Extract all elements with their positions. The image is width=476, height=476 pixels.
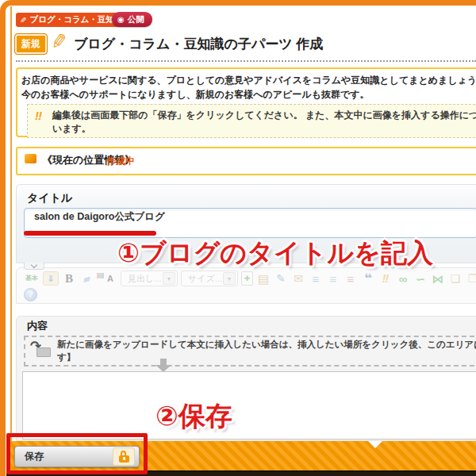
editor-toolbar: 基本 ⇓ B ▰ A 見出し... ▾ サイズ... ▾ ✚ ▤ ✎ ✉ ≡ ≡… [24, 271, 476, 286]
publish-status-badge: ◉ 公開 [112, 12, 152, 27]
page-copy-icon[interactable]: ❐ [466, 271, 476, 286]
annotation-step1: ①ブログのタイトルを記入 [117, 236, 433, 271]
publish-dot-icon: ◉ [117, 15, 125, 24]
heading-select-value: 見出し... [128, 273, 161, 285]
dropzone-line-1: 新たに画像をアップロードして本文に挿入したい場合は、挿入したい場所をクリック後、… [57, 339, 476, 351]
help-icon[interactable]: ? [24, 288, 37, 301]
module-badge-label: ブログ・コラム・豆知識 [29, 14, 122, 25]
warning-bang-icon: ‼ [35, 109, 42, 122]
pencil-icon: ✎ [49, 29, 69, 55]
annotation-highlight-rect [6, 433, 148, 474]
quote-icon[interactable]: ❝ [361, 271, 375, 286]
link-icon[interactable]: ∞ [396, 271, 410, 286]
brush-icon: ✎ [20, 16, 26, 25]
unlink-icon[interactable]: ∽ [413, 271, 428, 286]
down-arrow-icon [155, 359, 171, 372]
publish-badge-label: 公開 [128, 14, 144, 25]
font-color-icon[interactable]: A [97, 271, 117, 286]
content-editor-area[interactable] [22, 371, 476, 440]
bold-icon[interactable]: B [62, 271, 76, 286]
title-label: タイトル [27, 191, 72, 205]
note-icon [25, 154, 36, 163]
new-badge: 新規 [14, 33, 48, 55]
image-link-icon[interactable]: ⋈ [431, 271, 445, 286]
eraser-icon[interactable]: ▰ [78, 270, 95, 287]
page-title: ブログ・コラム・豆知識の子パーツ 作成 [74, 35, 323, 53]
add-page-icon[interactable]: ✚ [241, 271, 253, 286]
intro-line-2: 今のお客様へのサポートになりますし、新規のお客様へのアピールも抜群です。 [21, 88, 369, 102]
left-accent-line [10, 6, 12, 441]
check-list-icon[interactable]: ≡ [344, 271, 358, 286]
page-copy-icon[interactable]: ❏ [448, 271, 463, 286]
intro-line-1: お店の商品やサービスに関する、プロとしての意見やアドバイスをコラムや豆知識として… [21, 74, 476, 87]
location-status: 作成中 [106, 155, 135, 168]
dropzone-line-2: す】 [57, 351, 75, 363]
mail-image-icon[interactable]: ✉ [291, 271, 305, 286]
chevron-down-icon: ▾ [163, 272, 175, 285]
basic-tools-icon[interactable]: 基本 [24, 271, 40, 286]
footer-notch [368, 441, 382, 448]
annotation-step2: ②保存 [155, 398, 232, 435]
warning-icon[interactable]: ‼ [378, 271, 393, 286]
blog-edit-page: { "colors": { "frame_orange": "#ef8318",… [0, 0, 476, 476]
notice-line-2: います。 [52, 122, 91, 136]
panel-collapse-handle[interactable] [24, 263, 44, 270]
chevron-down-icon [31, 261, 37, 267]
dotted-separator [16, 60, 476, 62]
save-inbox-icon[interactable]: ⇓ [43, 271, 59, 286]
chevron-down-icon: ▾ [223, 272, 236, 285]
notice-text-before: 編集後は画面最下部の「保存」をクリックしてください。 また、本文中に画像を挿入す… [52, 109, 476, 121]
numbered-list-icon[interactable]: ≡ [326, 271, 340, 286]
notice-line-1: 編集後は画面最下部の「保存」をクリックしてください。 また、本文中に画像を挿入す… [52, 109, 476, 122]
size-select[interactable]: サイズ... ▾ [181, 271, 238, 286]
content-label: 内容 [27, 319, 48, 333]
edit-image-icon[interactable]: ✎ [274, 271, 288, 286]
size-select-value: サイズ... [188, 273, 222, 285]
paste-icon[interactable]: ▤ [256, 271, 271, 286]
heading-select[interactable]: 見出し... ▾ [121, 271, 178, 286]
bullet-list-icon[interactable]: ≡ [309, 271, 323, 286]
